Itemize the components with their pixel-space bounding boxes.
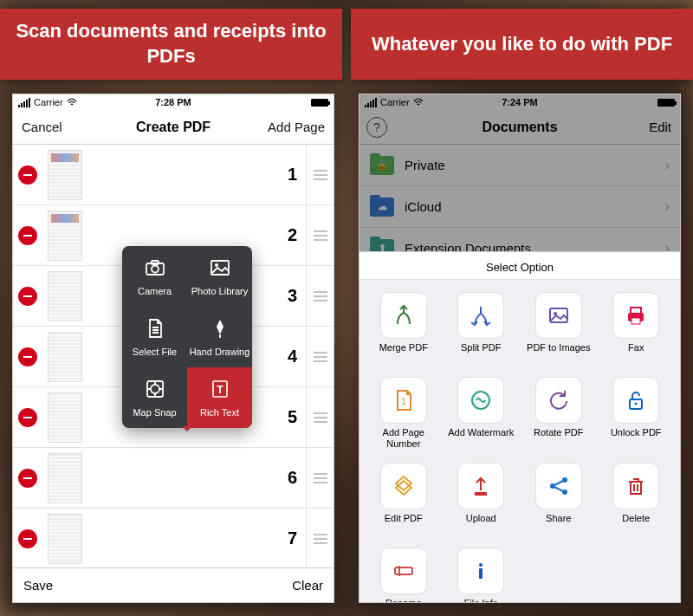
popover-pen[interactable]: Hand Drawing [187,307,252,367]
popover-camera[interactable]: Camera [122,246,187,307]
page-thumbnail[interactable] [48,453,82,503]
option-label: Add Watermark [448,427,514,448]
option-label: Rotate PDF [534,427,583,448]
reorder-handle-icon[interactable] [306,145,328,204]
svg-rect-13 [631,318,640,324]
popover-map[interactable]: Map Snap [122,367,187,428]
popover-photo[interactable]: Photo Library [187,246,252,307]
page-thumbnail[interactable] [48,392,82,443]
popover-label: Camera [138,286,172,296]
clock: 7:28 PM [155,97,191,107]
unlock-icon [612,377,659,424]
option-split[interactable]: Split PDF [443,287,521,368]
option-label: Unlock PDF [611,427,662,448]
page-number: 2 [288,225,297,245]
svg-text:1: 1 [401,397,406,406]
delete-page-button[interactable] [18,347,37,366]
svg-rect-22 [631,482,641,494]
photo-icon [209,256,231,281]
option-delete[interactable]: Delete [598,457,676,539]
wifi-icon [67,98,77,107]
page-number: 1 [288,165,297,185]
bottom-toolbar: Save Clear [13,567,334,602]
delete-page-button[interactable] [18,226,37,245]
page-thumbnail[interactable] [48,514,82,564]
phone-left: Carrier 7:28 PM Cancel Create PDF Add Pa… [12,94,334,603]
rename-icon [380,548,427,594]
popover-label: Select File [133,347,177,357]
svg-rect-12 [631,308,641,314]
option-info[interactable]: File Info [443,542,521,603]
promo-banner-right: Whatever you like to do with PDF [351,9,693,80]
option-share[interactable]: Share [520,457,598,539]
cancel-button[interactable]: Cancel [22,120,82,134]
option-fax[interactable]: Fax [598,287,676,368]
reorder-handle-icon[interactable] [306,327,328,386]
page-row[interactable]: 6 [13,448,334,509]
delete-page-button[interactable] [18,469,37,488]
delete-icon [612,463,659,509]
popover-richtext[interactable]: TRich Text [187,367,252,428]
delete-page-button[interactable] [18,287,37,306]
option-label: Share [546,513,571,534]
option-label: Upload [466,513,496,534]
merge-icon [380,292,427,339]
option-label: Delete [622,513,650,534]
page-number: 5 [288,407,297,427]
battery-icon [311,99,328,107]
reorder-handle-icon[interactable] [306,387,328,447]
option-merge[interactable]: Merge PDF [365,287,443,368]
page-number: 4 [288,347,297,366]
clear-button[interactable]: Clear [292,578,323,593]
save-button[interactable]: Save [23,578,53,593]
option-toimage[interactable]: PDF to Images [520,287,598,368]
reorder-handle-icon[interactable] [306,205,328,265]
pen-icon [209,317,231,341]
option-rename[interactable]: Rename [365,542,443,603]
watermark-icon [457,377,504,424]
option-rotate[interactable]: Rotate PDF [520,372,598,454]
option-edit[interactable]: Edit PDF [365,457,443,539]
add-page-button[interactable]: Add Page [264,120,325,134]
svg-point-1 [152,266,159,273]
option-label: Add Page Number [366,427,441,449]
svg-point-17 [635,403,638,405]
carrier-label: Carrier [34,97,63,107]
popover-label: Map Snap [133,407,176,418]
option-label: File Info [464,598,498,603]
svg-rect-2 [152,261,159,264]
page-title: Create PDF [136,120,210,135]
svg-rect-23 [395,567,412,574]
popover-file[interactable]: Select File [122,307,187,367]
sheet-title: Select Option [359,252,680,280]
option-unlock[interactable]: Unlock PDF [598,372,676,454]
reorder-handle-icon[interactable] [306,448,328,508]
share-icon [535,463,582,509]
option-label: Fax [628,342,644,363]
file-icon [144,317,166,341]
reorder-handle-icon[interactable] [306,266,328,326]
add-page-popover: CameraPhoto LibrarySelect FileHand Drawi… [122,246,252,428]
option-watermark[interactable]: Add Watermark [443,372,521,454]
option-label: Merge PDF [379,342,428,363]
status-bar: Carrier 7:28 PM [13,94,334,110]
page-thumbnail[interactable] [48,211,82,261]
page-row[interactable]: 1 [13,145,334,205]
navbar: Cancel Create PDF Add Page [13,110,334,145]
delete-page-button[interactable] [18,529,37,548]
delete-page-button[interactable] [18,165,37,185]
edit-icon [380,463,427,509]
page-thumbnail[interactable] [48,150,82,200]
option-label: Split PDF [461,342,501,363]
toimage-icon [535,292,582,339]
delete-page-button[interactable] [18,408,37,427]
option-pagenum[interactable]: 1Add Page Number [365,372,443,454]
page-row[interactable]: 7 [13,509,334,569]
reorder-handle-icon[interactable] [306,509,328,568]
option-upload[interactable]: Upload [443,457,521,539]
popover-label: Hand Drawing [190,347,250,357]
svg-point-24 [479,563,483,567]
info-icon [457,548,504,594]
page-thumbnail[interactable] [48,271,82,321]
page-thumbnail[interactable] [48,332,82,382]
